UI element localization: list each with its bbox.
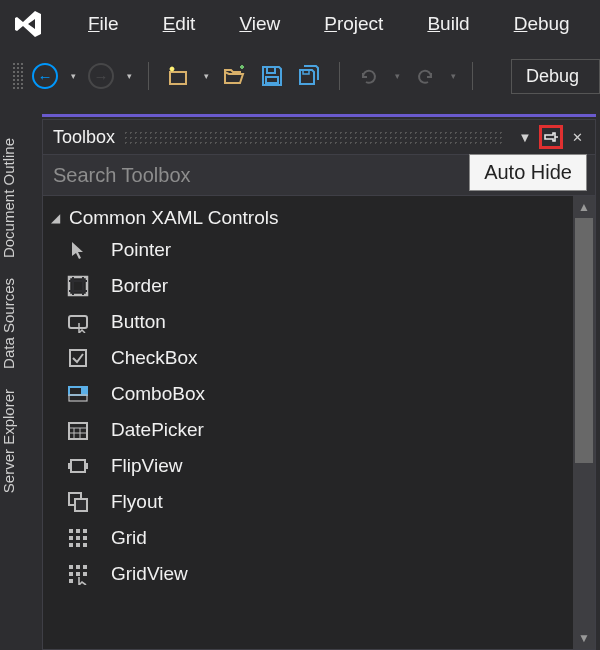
pointer-icon bbox=[65, 237, 91, 263]
toolbox-titlebar: Toolbox ▼ ✕ bbox=[43, 120, 595, 154]
datepicker-icon bbox=[65, 417, 91, 443]
scroll-up-icon[interactable]: ▲ bbox=[573, 196, 595, 218]
vtab-document-outline[interactable]: Document Outline bbox=[0, 128, 36, 268]
toolbox-content: ◢ Common XAML Controls Pointer Border Bu… bbox=[43, 196, 595, 649]
separator bbox=[472, 62, 473, 90]
menu-debug[interactable]: Debug bbox=[492, 7, 592, 41]
svg-rect-22 bbox=[69, 543, 73, 547]
item-combobox[interactable]: ComboBox bbox=[47, 376, 569, 412]
svg-rect-25 bbox=[69, 565, 73, 569]
item-button[interactable]: Button bbox=[47, 304, 569, 340]
grip-icon bbox=[12, 62, 24, 90]
svg-rect-17 bbox=[76, 529, 80, 533]
close-panel-button[interactable]: ✕ bbox=[565, 125, 589, 149]
save-button[interactable] bbox=[255, 59, 289, 93]
menu-edit[interactable]: Edit bbox=[141, 7, 218, 41]
scrollbar[interactable]: ▲ ▼ bbox=[573, 196, 595, 649]
gridview-icon bbox=[65, 561, 91, 587]
item-gridview[interactable]: GridView bbox=[47, 556, 569, 592]
svg-rect-3 bbox=[266, 77, 278, 83]
menu-view[interactable]: View bbox=[217, 7, 302, 41]
svg-rect-10 bbox=[81, 387, 87, 395]
item-border[interactable]: Border bbox=[47, 268, 569, 304]
save-all-button[interactable] bbox=[293, 59, 327, 93]
nav-back-button[interactable]: ← bbox=[28, 59, 62, 93]
item-flipview[interactable]: FlipView bbox=[47, 448, 569, 484]
flipview-icon bbox=[65, 453, 91, 479]
svg-rect-4 bbox=[303, 70, 309, 74]
svg-rect-26 bbox=[76, 565, 80, 569]
svg-rect-29 bbox=[76, 572, 80, 576]
scroll-track[interactable] bbox=[573, 218, 595, 627]
menu-build[interactable]: Build bbox=[405, 7, 491, 41]
separator bbox=[148, 62, 149, 90]
toolbox-panel: Toolbox ▼ ✕ Auto Hide ▾ bbox=[42, 119, 596, 650]
svg-rect-0 bbox=[170, 72, 186, 84]
scroll-thumb[interactable] bbox=[575, 218, 593, 463]
grid-icon bbox=[65, 525, 91, 551]
scroll-down-icon[interactable]: ▼ bbox=[573, 627, 595, 649]
menu-file[interactable]: File bbox=[66, 7, 141, 41]
item-pointer[interactable]: Pointer bbox=[47, 232, 569, 268]
redo-dropdown[interactable]: ▾ bbox=[446, 71, 460, 81]
toolbox-tree: ◢ Common XAML Controls Pointer Border Bu… bbox=[43, 196, 573, 649]
svg-rect-2 bbox=[267, 67, 275, 73]
flyout-icon bbox=[65, 489, 91, 515]
svg-rect-19 bbox=[69, 536, 73, 540]
menu-bar: File Edit View Project Build Debug bbox=[0, 0, 600, 48]
nav-forward-dropdown[interactable]: ▾ bbox=[122, 71, 136, 81]
checkbox-icon bbox=[65, 345, 91, 371]
toolbox-panel-wrap: Toolbox ▼ ✕ Auto Hide ▾ bbox=[36, 104, 600, 650]
item-datepicker[interactable]: DatePicker bbox=[47, 412, 569, 448]
auto-hide-pin-button[interactable] bbox=[539, 125, 563, 149]
combobox-icon bbox=[65, 381, 91, 407]
toolbox-title: Toolbox bbox=[53, 127, 115, 148]
vs-logo bbox=[8, 4, 48, 44]
svg-rect-31 bbox=[69, 579, 73, 583]
new-project-button[interactable] bbox=[161, 59, 195, 93]
auto-hide-tooltip: Auto Hide bbox=[469, 154, 587, 191]
toolbar: ← ▾ → ▾ ▾ ▾ ▾ Debug bbox=[0, 48, 600, 104]
titlebar-grip[interactable] bbox=[123, 130, 503, 144]
expander-icon: ◢ bbox=[51, 211, 69, 225]
window-menu-dropdown[interactable]: ▼ bbox=[513, 125, 537, 149]
svg-rect-12 bbox=[69, 423, 87, 439]
svg-rect-24 bbox=[83, 543, 87, 547]
new-project-dropdown[interactable]: ▾ bbox=[199, 71, 213, 81]
button-icon bbox=[65, 309, 91, 335]
nav-forward-button[interactable]: → bbox=[84, 59, 118, 93]
item-checkbox[interactable]: CheckBox bbox=[47, 340, 569, 376]
svg-rect-23 bbox=[76, 543, 80, 547]
svg-rect-7 bbox=[69, 316, 87, 328]
border-icon bbox=[65, 273, 91, 299]
vtab-server-explorer[interactable]: Server Explorer bbox=[0, 379, 36, 503]
category-common-xaml[interactable]: ◢ Common XAML Controls bbox=[47, 204, 569, 232]
svg-rect-13 bbox=[71, 460, 85, 472]
menu-project[interactable]: Project bbox=[302, 7, 405, 41]
separator bbox=[339, 62, 340, 90]
vertical-tab-well: Document Outline Data Sources Server Exp… bbox=[0, 104, 36, 650]
open-button[interactable] bbox=[217, 59, 251, 93]
undo-dropdown[interactable]: ▾ bbox=[390, 71, 404, 81]
undo-button[interactable] bbox=[352, 59, 386, 93]
nav-back-dropdown[interactable]: ▾ bbox=[66, 71, 80, 81]
workspace: Document Outline Data Sources Server Exp… bbox=[0, 104, 600, 650]
svg-rect-18 bbox=[83, 529, 87, 533]
svg-rect-16 bbox=[69, 529, 73, 533]
svg-rect-27 bbox=[83, 565, 87, 569]
svg-rect-8 bbox=[70, 350, 86, 366]
svg-rect-21 bbox=[83, 536, 87, 540]
redo-button[interactable] bbox=[408, 59, 442, 93]
vtab-data-sources[interactable]: Data Sources bbox=[0, 268, 36, 379]
svg-rect-20 bbox=[76, 536, 80, 540]
item-flyout[interactable]: Flyout bbox=[47, 484, 569, 520]
config-selector[interactable]: Debug bbox=[511, 59, 600, 94]
svg-rect-15 bbox=[75, 499, 87, 511]
svg-rect-30 bbox=[83, 572, 87, 576]
item-grid[interactable]: Grid bbox=[47, 520, 569, 556]
svg-rect-28 bbox=[69, 572, 73, 576]
svg-rect-6 bbox=[69, 277, 87, 295]
active-accent bbox=[42, 114, 596, 117]
